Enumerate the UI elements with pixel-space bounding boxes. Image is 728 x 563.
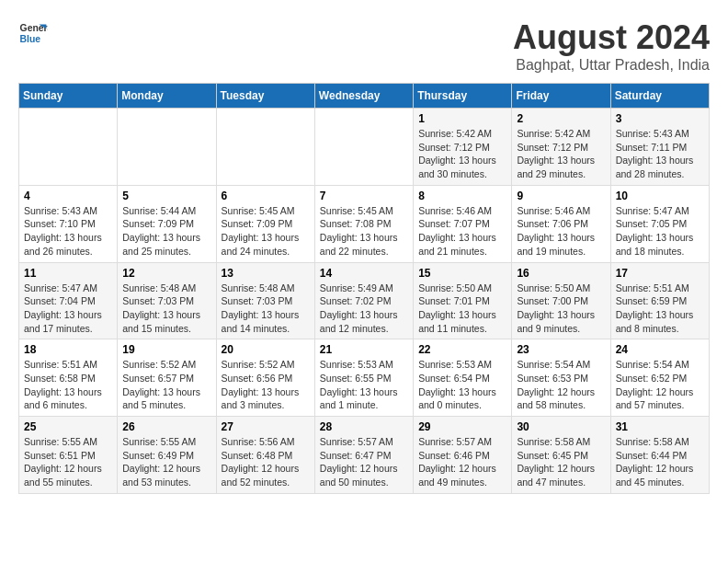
cell-info: Sunrise: 5:56 AM Sunset: 6:48 PM Dayligh…	[222, 435, 310, 489]
cell-info: Sunrise: 5:58 AM Sunset: 6:44 PM Dayligh…	[616, 435, 704, 489]
day-number: 7	[320, 190, 408, 202]
day-number: 18	[24, 343, 112, 356]
cell-info: Sunrise: 5:45 AM Sunset: 7:09 PM Dayligh…	[222, 204, 310, 259]
day-number: 22	[418, 343, 506, 356]
day-number: 21	[320, 343, 408, 356]
week-row-4: 18Sunrise: 5:51 AM Sunset: 6:58 PM Dayli…	[19, 339, 710, 417]
day-number: 31	[616, 420, 704, 433]
day-number: 29	[418, 420, 506, 433]
cell-info: Sunrise: 5:57 AM Sunset: 6:47 PM Dayligh…	[320, 435, 408, 489]
page-header: General Blue August 2024 Baghpat, Uttar …	[18, 18, 710, 74]
day-number: 19	[122, 343, 210, 356]
day-number: 23	[517, 343, 605, 356]
day-number: 1	[418, 112, 506, 125]
calendar-cell: 8Sunrise: 5:46 AM Sunset: 7:07 PM Daylig…	[414, 185, 512, 262]
day-number: 28	[320, 420, 408, 433]
calendar-cell: 3Sunrise: 5:43 AM Sunset: 7:11 PM Daylig…	[610, 109, 709, 186]
calendar-cell: 5Sunrise: 5:44 AM Sunset: 7:09 PM Daylig…	[118, 185, 216, 262]
header-day-monday: Monday	[118, 84, 216, 109]
day-number: 24	[616, 343, 704, 356]
cell-info: Sunrise: 5:54 AM Sunset: 6:53 PM Dayligh…	[517, 358, 605, 412]
cell-info: Sunrise: 5:52 AM Sunset: 6:57 PM Dayligh…	[122, 358, 210, 412]
day-number: 4	[24, 190, 112, 202]
day-number: 9	[517, 190, 605, 202]
week-row-3: 11Sunrise: 5:47 AM Sunset: 7:04 PM Dayli…	[19, 262, 710, 339]
calendar-cell: 24Sunrise: 5:54 AM Sunset: 6:52 PM Dayli…	[610, 339, 709, 417]
calendar-cell: 15Sunrise: 5:50 AM Sunset: 7:01 PM Dayli…	[414, 262, 512, 339]
cell-info: Sunrise: 5:47 AM Sunset: 7:04 PM Dayligh…	[24, 282, 112, 336]
calendar-cell: 1Sunrise: 5:42 AM Sunset: 7:12 PM Daylig…	[414, 109, 512, 186]
day-number: 5	[122, 190, 210, 202]
header-day-thursday: Thursday	[414, 84, 512, 109]
calendar-cell: 6Sunrise: 5:45 AM Sunset: 7:09 PM Daylig…	[216, 185, 314, 262]
header-day-sunday: Sunday	[19, 84, 118, 109]
calendar-cell: 19Sunrise: 5:52 AM Sunset: 6:57 PM Dayli…	[118, 339, 216, 417]
cell-info: Sunrise: 5:43 AM Sunset: 7:10 PM Dayligh…	[24, 204, 112, 259]
calendar-cell: 14Sunrise: 5:49 AM Sunset: 7:02 PM Dayli…	[314, 262, 413, 339]
week-row-2: 4Sunrise: 5:43 AM Sunset: 7:10 PM Daylig…	[19, 185, 710, 262]
day-number: 26	[122, 420, 210, 433]
day-number: 11	[24, 267, 112, 280]
day-number: 16	[517, 267, 605, 280]
cell-info: Sunrise: 5:46 AM Sunset: 7:06 PM Dayligh…	[517, 204, 605, 259]
calendar-cell: 31Sunrise: 5:58 AM Sunset: 6:44 PM Dayli…	[610, 417, 709, 494]
cell-info: Sunrise: 5:55 AM Sunset: 6:49 PM Dayligh…	[122, 435, 210, 489]
cell-info: Sunrise: 5:53 AM Sunset: 6:55 PM Dayligh…	[320, 358, 408, 412]
cell-info: Sunrise: 5:49 AM Sunset: 7:02 PM Dayligh…	[320, 282, 408, 336]
day-number: 3	[616, 112, 704, 125]
day-number: 30	[517, 420, 605, 433]
cell-info: Sunrise: 5:42 AM Sunset: 7:12 PM Dayligh…	[517, 127, 605, 181]
calendar-cell: 12Sunrise: 5:48 AM Sunset: 7:03 PM Dayli…	[118, 262, 216, 339]
subtitle: Baghpat, Uttar Pradesh, India	[513, 57, 710, 74]
day-number: 17	[616, 267, 704, 280]
calendar-header-row: SundayMondayTuesdayWednesdayThursdayFrid…	[19, 84, 710, 109]
calendar-cell: 23Sunrise: 5:54 AM Sunset: 6:53 PM Dayli…	[512, 339, 610, 417]
header-day-wednesday: Wednesday	[314, 84, 413, 109]
calendar-cell: 4Sunrise: 5:43 AM Sunset: 7:10 PM Daylig…	[19, 185, 118, 262]
cell-info: Sunrise: 5:51 AM Sunset: 6:59 PM Dayligh…	[616, 282, 704, 336]
calendar-cell: 16Sunrise: 5:50 AM Sunset: 7:00 PM Dayli…	[512, 262, 610, 339]
day-number: 6	[222, 190, 310, 202]
cell-info: Sunrise: 5:50 AM Sunset: 7:00 PM Dayligh…	[517, 282, 605, 336]
title-block: August 2024 Baghpat, Uttar Pradesh, Indi…	[513, 18, 710, 74]
cell-info: Sunrise: 5:58 AM Sunset: 6:45 PM Dayligh…	[517, 435, 605, 489]
header-day-friday: Friday	[512, 84, 610, 109]
cell-info: Sunrise: 5:43 AM Sunset: 7:11 PM Dayligh…	[616, 127, 704, 181]
cell-info: Sunrise: 5:54 AM Sunset: 6:52 PM Dayligh…	[616, 358, 704, 412]
calendar-cell: 13Sunrise: 5:48 AM Sunset: 7:03 PM Dayli…	[216, 262, 314, 339]
logo-icon: General Blue	[18, 18, 48, 48]
cell-info: Sunrise: 5:48 AM Sunset: 7:03 PM Dayligh…	[122, 282, 210, 336]
header-day-tuesday: Tuesday	[216, 84, 314, 109]
logo: General Blue	[18, 18, 48, 48]
cell-info: Sunrise: 5:57 AM Sunset: 6:46 PM Dayligh…	[418, 435, 506, 489]
calendar-cell	[314, 109, 413, 186]
cell-info: Sunrise: 5:53 AM Sunset: 6:54 PM Dayligh…	[418, 358, 506, 412]
calendar-cell: 27Sunrise: 5:56 AM Sunset: 6:48 PM Dayli…	[216, 417, 314, 494]
calendar-table: SundayMondayTuesdayWednesdayThursdayFrid…	[18, 83, 710, 494]
calendar-cell: 26Sunrise: 5:55 AM Sunset: 6:49 PM Dayli…	[118, 417, 216, 494]
calendar-cell: 7Sunrise: 5:45 AM Sunset: 7:08 PM Daylig…	[314, 185, 413, 262]
week-row-1: 1Sunrise: 5:42 AM Sunset: 7:12 PM Daylig…	[19, 109, 710, 186]
cell-info: Sunrise: 5:51 AM Sunset: 6:58 PM Dayligh…	[24, 358, 112, 412]
day-number: 13	[222, 267, 310, 280]
cell-info: Sunrise: 5:55 AM Sunset: 6:51 PM Dayligh…	[24, 435, 112, 489]
svg-text:Blue: Blue	[20, 34, 41, 44]
day-number: 12	[122, 267, 210, 280]
calendar-cell: 21Sunrise: 5:53 AM Sunset: 6:55 PM Dayli…	[314, 339, 413, 417]
day-number: 15	[418, 267, 506, 280]
cell-info: Sunrise: 5:52 AM Sunset: 6:56 PM Dayligh…	[222, 358, 310, 412]
cell-info: Sunrise: 5:50 AM Sunset: 7:01 PM Dayligh…	[418, 282, 506, 336]
calendar-cell	[118, 109, 216, 186]
day-number: 20	[222, 343, 310, 356]
calendar-cell: 2Sunrise: 5:42 AM Sunset: 7:12 PM Daylig…	[512, 109, 610, 186]
cell-info: Sunrise: 5:42 AM Sunset: 7:12 PM Dayligh…	[418, 127, 506, 181]
day-number: 14	[320, 267, 408, 280]
calendar-cell: 22Sunrise: 5:53 AM Sunset: 6:54 PM Dayli…	[414, 339, 512, 417]
cell-info: Sunrise: 5:48 AM Sunset: 7:03 PM Dayligh…	[222, 282, 310, 336]
day-number: 25	[24, 420, 112, 433]
calendar-cell: 10Sunrise: 5:47 AM Sunset: 7:05 PM Dayli…	[610, 185, 709, 262]
calendar-cell	[19, 109, 118, 186]
cell-info: Sunrise: 5:45 AM Sunset: 7:08 PM Dayligh…	[320, 204, 408, 259]
calendar-cell: 11Sunrise: 5:47 AM Sunset: 7:04 PM Dayli…	[19, 262, 118, 339]
calendar-cell: 25Sunrise: 5:55 AM Sunset: 6:51 PM Dayli…	[19, 417, 118, 494]
